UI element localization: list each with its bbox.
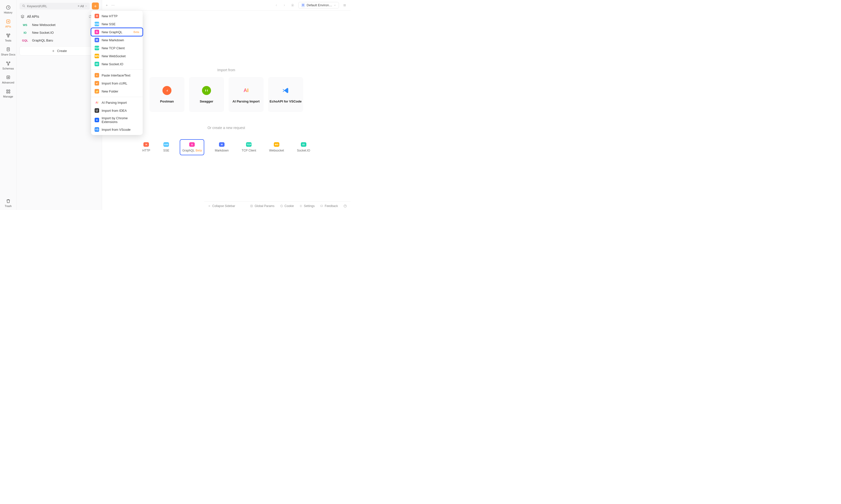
menu-item-label: New TCP Client — [102, 46, 139, 50]
menu-item[interactable]: GNew GraphQLBeta — [91, 28, 143, 36]
cookie-icon — [280, 204, 283, 208]
menu-item[interactable]: SSENew SSE — [91, 20, 143, 28]
svg-rect-9 — [7, 76, 10, 79]
menu-item-label: AI Parsing Import — [102, 101, 139, 105]
request-type[interactable]: GGraphQLBeta — [180, 139, 204, 155]
footer-feedback[interactable]: Feedback — [320, 204, 338, 208]
request-label: HTTP — [142, 149, 150, 152]
sidebar-list: WS New Websocket IO New Socket.IO GQL Gr… — [17, 21, 102, 44]
menu-item-icon: 📁 — [95, 89, 99, 93]
menu-item[interactable]: MNew Markdown — [91, 36, 143, 44]
feedback-icon — [320, 204, 323, 208]
card-swagger[interactable]: Swagger — [189, 77, 224, 112]
create-button[interactable]: Create — [19, 46, 99, 55]
svg-point-10 — [7, 77, 8, 78]
search-input-wrap[interactable]: All — [19, 3, 90, 10]
tab-more[interactable]: ⋯ — [111, 3, 115, 7]
svg-point-4 — [7, 36, 9, 37]
card-postman[interactable]: Postman — [150, 77, 185, 112]
env-settings-icon[interactable] — [290, 2, 295, 8]
menu-item[interactable]: IONew Socket.IO — [91, 60, 143, 68]
svg-rect-14 — [8, 92, 10, 93]
tab-prev[interactable] — [274, 3, 279, 8]
tab-next[interactable] — [282, 3, 287, 8]
svg-rect-17 — [251, 205, 253, 207]
advanced-icon — [6, 75, 11, 80]
menu-item-icon: ≡ — [95, 73, 99, 77]
menu-item[interactable]: VSImport from VScode — [91, 126, 143, 133]
sidebar-item-label: New Socket.IO — [32, 31, 54, 35]
svg-rect-11 — [6, 90, 8, 91]
rail-schemas[interactable]: Schemas — [0, 58, 16, 72]
environment-picker[interactable]: D Default Environ… — [298, 2, 339, 8]
footer-help[interactable] — [343, 204, 347, 208]
layers-icon — [20, 15, 24, 18]
menu-item-label: New GraphQL — [102, 30, 131, 34]
menu-item[interactable]: ≡Paste Interface/Text — [91, 71, 143, 79]
svg-rect-13 — [6, 92, 8, 93]
request-label: SSE — [163, 149, 169, 152]
menu-item-icon: G — [95, 30, 99, 34]
rail-tests[interactable]: Tests — [0, 31, 16, 44]
request-badge-icon: M — [219, 142, 224, 147]
menu-item[interactable]: IJImport from IDEA — [91, 107, 143, 114]
menu-item-icon: IJ — [95, 108, 99, 113]
gear-icon — [299, 204, 302, 208]
menu-item[interactable]: ↵Import from cURL — [91, 79, 143, 87]
menu-item-icon: M — [95, 38, 99, 42]
chevron-down-icon — [334, 4, 336, 6]
menu-item[interactable]: ✦Import by Chrome Extensions — [91, 114, 143, 126]
request-type[interactable]: IOSocket.IO — [295, 139, 313, 155]
search-filter[interactable]: All — [78, 4, 87, 8]
rail-label: Tests — [5, 39, 12, 42]
svg-point-21 — [301, 205, 301, 206]
menu-item-label: Import from IDEA — [102, 109, 139, 112]
request-label: Markdown — [215, 149, 228, 152]
request-type[interactable]: HHTTP — [140, 139, 153, 155]
plus-icon — [52, 49, 55, 53]
request-type[interactable]: TCPTCP Client — [239, 139, 259, 155]
request-type[interactable]: WSWebsocket — [267, 139, 286, 155]
schemas-icon — [6, 61, 11, 66]
collapse-sidebar[interactable]: Collapse Sidebar — [208, 204, 235, 208]
menu-item[interactable]: HNew HTTP — [91, 12, 143, 20]
menu-item[interactable]: TCPNew TCP Client — [91, 44, 143, 52]
sidebar-item-gql[interactable]: GQL GraphQL Baru — [18, 36, 100, 44]
rail-apis[interactable]: APIs — [0, 17, 16, 31]
import-title: Import from — [217, 68, 235, 72]
menu-item-icon: VS — [95, 127, 99, 132]
new-button[interactable]: ＋ — [92, 2, 99, 10]
footer-global-params[interactable]: Global Params — [250, 204, 274, 208]
request-label: Socket.IO — [297, 149, 310, 152]
menu-item[interactable]: 📁New Folder — [91, 87, 143, 95]
menu-item[interactable]: AIAI Parsing Import — [91, 98, 143, 107]
rail-history[interactable]: History — [0, 2, 16, 17]
rail-manage[interactable]: Manage — [0, 87, 16, 101]
rail-label: Trash — [5, 204, 12, 208]
request-type[interactable]: MMarkdown — [212, 139, 231, 155]
rail-trash[interactable]: Trash — [0, 196, 16, 210]
tests-icon — [6, 33, 11, 38]
request-type[interactable]: SSESSE — [161, 139, 172, 155]
footer-cookie[interactable]: Cookie — [280, 204, 294, 208]
history-icon — [6, 5, 11, 10]
menu-item[interactable]: WSNew WebSocket — [91, 52, 143, 60]
sidebar-item-ws[interactable]: WS New Websocket — [18, 21, 100, 29]
nav-rail: History APIs Tests Share Docs Schemas Ad… — [0, 0, 17, 210]
sidebar-item-io[interactable]: IO New Socket.IO — [18, 29, 100, 36]
rail-advanced[interactable]: Advanced — [0, 72, 16, 87]
card-vscode[interactable]: EchoAPI for VSCode — [268, 77, 303, 112]
menu-item-label: New Socket.IO — [102, 62, 139, 66]
swagger-icon — [202, 86, 211, 95]
help-icon — [343, 204, 347, 208]
request-badge-icon: G — [189, 142, 195, 147]
search-input[interactable] — [27, 4, 76, 8]
menu-icon[interactable] — [342, 2, 347, 8]
postman-icon — [162, 86, 171, 95]
rail-sharedocs[interactable]: Share Docs — [0, 44, 16, 58]
env-badge: D — [301, 3, 305, 7]
footer-settings[interactable]: Settings — [299, 204, 315, 208]
card-ai-parsing[interactable]: AI AI Parsing Import — [228, 77, 263, 112]
tab-add[interactable]: ＋ — [105, 3, 108, 7]
sidebar-title: All APIs — [27, 15, 86, 18]
